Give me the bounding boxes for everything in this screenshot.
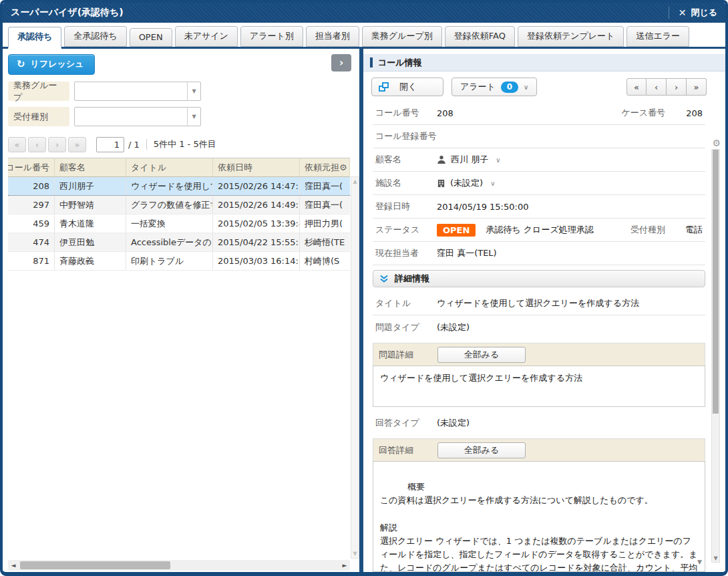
case-number-value: 208 <box>683 108 703 118</box>
table-row[interactable]: 459 青木道隆 一括変換 2015/02/05 13:39:44 押田力男( <box>8 214 350 233</box>
open-windows-icon <box>379 82 389 92</box>
vscroll-thumb[interactable] <box>713 150 719 414</box>
alert-count-badge: 0 <box>501 82 518 93</box>
customer-name-link[interactable]: 西川 朋子 ∨ <box>437 154 500 166</box>
accept-type-detail-label: 受付種別 <box>630 224 665 236</box>
scroll-left-icon[interactable]: ◄ <box>8 562 19 569</box>
tab-registration-request-template[interactable]: 登録依頼テンプレート <box>518 26 624 47</box>
answer-detail-see-all-button[interactable]: 全部みる <box>437 442 526 458</box>
business-group-dropdown-button[interactable]: ▼ <box>187 82 200 100</box>
problem-detail-see-all-button[interactable]: 全部みる <box>437 347 526 363</box>
answer-type-label: 回答タイプ <box>375 417 437 429</box>
problem-type-label: 問題タイプ <box>375 321 437 333</box>
person-icon <box>437 155 446 164</box>
prev-page-button[interactable]: ‹ <box>28 137 46 152</box>
tab-all-approval-waiting[interactable]: 全承認待ち <box>64 26 126 47</box>
alert-label: アラート <box>460 81 496 93</box>
page-total: / 1 <box>128 140 140 150</box>
detail-info-section-toggle[interactable]: 詳細情報 <box>373 270 705 287</box>
page-number-input[interactable] <box>96 137 124 152</box>
refresh-button[interactable]: ↻ リフレッシュ <box>8 54 95 75</box>
dropdown-icon: ▼ <box>192 114 196 120</box>
detail-settings-gear-icon[interactable]: ⚙ <box>712 138 721 148</box>
customer-name-label: 顧客名 <box>375 154 437 166</box>
table-row[interactable]: 208 西川朋子 ウィザードを使用して選択 2015/02/26 14:47:1… <box>8 177 350 196</box>
column-header-datetime[interactable]: 依頼日時 <box>213 158 300 176</box>
scroll-right-icon[interactable]: ► <box>339 562 350 569</box>
scroll-down-icon[interactable]: ▼ <box>712 555 719 561</box>
tab-by-alert[interactable]: アラート別 <box>240 26 303 47</box>
call-table: コール番号 顧客名 タイトル 依頼日時 依頼元担 ⚙ 208 西川朋子 ウィザー… <box>8 158 359 559</box>
call-number-value: 208 <box>437 108 453 118</box>
problem-detail-header: 問題詳細 全部みる <box>373 343 705 366</box>
next-record-button[interactable]: › <box>667 78 687 96</box>
table-row[interactable]: 297 中野智靖 グラフの数値を修正する 2015/02/26 14:49:14… <box>8 196 350 214</box>
record-count-summary: 5件中 1 - 5件目 <box>154 138 216 150</box>
scroll-down-icon[interactable]: ▼ <box>353 551 357 557</box>
close-label: 閉じる <box>691 7 717 19</box>
last-record-icon: » <box>694 82 699 92</box>
next-page-button[interactable]: › <box>48 137 66 152</box>
tab-registration-request-faq[interactable]: 登録依頼FAQ <box>445 26 515 47</box>
pager-separator <box>146 139 147 150</box>
tab-by-business-group[interactable]: 業務グループ別 <box>362 26 442 47</box>
dropdown-icon: ▼ <box>192 88 196 94</box>
registration-datetime-value: 2014/05/19 15:50:00 <box>437 202 528 212</box>
first-record-button[interactable]: « <box>626 78 647 96</box>
column-header-title[interactable]: タイトル <box>126 158 213 176</box>
accept-type-select[interactable]: ▼ <box>74 107 201 126</box>
tab-unassigned[interactable]: 未アサイン <box>175 26 238 47</box>
tab-approval-waiting[interactable]: 承認待ち <box>8 27 61 49</box>
tab-send-error[interactable]: 送信エラー <box>626 26 689 47</box>
facility-name-link[interactable]: (未設定) ∨ <box>437 177 495 189</box>
problem-detail-label: 問題詳細 <box>379 349 437 361</box>
column-header-call-no[interactable]: コール番号 <box>8 158 55 176</box>
call-info-header: コール情報 <box>363 54 725 71</box>
column-header-customer[interactable]: 顧客名 <box>55 158 126 176</box>
titlebar-separator <box>669 7 669 19</box>
current-assignee-label: 現在担当者 <box>375 247 437 259</box>
chevron-down-icon: ∨ <box>524 84 528 91</box>
detail-vertical-scrollbar[interactable]: ▼ <box>711 149 720 563</box>
last-record-button[interactable]: » <box>687 78 707 96</box>
column-settings-gear-icon[interactable]: ⚙ <box>339 162 347 172</box>
next-page-icon: › <box>55 140 59 150</box>
answer-type-value: (未設定) <box>437 417 470 429</box>
table-row[interactable]: 871 斉藤政義 印刷トラブル 2015/03/03 16:14:52 村崎博(… <box>8 252 350 271</box>
business-group-filter-row: 業務グループ ▼ <box>8 82 359 101</box>
collapse-panel-button[interactable]: › <box>331 54 351 71</box>
record-navigation: « ‹ › » <box>626 78 707 96</box>
business-group-select[interactable]: ▼ <box>74 82 201 101</box>
collapse-icon: › <box>339 57 343 69</box>
current-assignee-value: 窪田 真一(TEL) <box>437 247 497 259</box>
close-button[interactable]: ✕ 閉じる <box>679 7 717 19</box>
status-label: ステータス <box>375 224 437 236</box>
call-registration-number-label: コール登録番号 <box>375 130 437 142</box>
call-info-title: コール情報 <box>378 57 422 69</box>
status-text: 承認待ち クローズ処理承認 <box>486 224 593 236</box>
tab-by-assignee[interactable]: 担当者別 <box>306 26 359 47</box>
textbox-scroll-down-icon[interactable]: ▼ <box>697 558 702 567</box>
alert-dropdown-button[interactable]: アラート 0 ∨ <box>451 78 537 96</box>
call-number-row: コール番号 208 ケース番号 208 <box>373 102 705 125</box>
problem-type-value: (未設定) <box>437 321 470 333</box>
problem-type-row: 問題タイプ (未設定) <box>373 315 705 339</box>
answer-detail-text: 概要 この資料は選択クエリーを作成する方法について解説したものです。 解説 選択… <box>380 482 698 572</box>
hscroll-thumb[interactable] <box>20 561 170 569</box>
status-open-badge: OPEN <box>437 224 476 237</box>
answer-type-row: 回答タイプ (未設定) <box>373 411 705 434</box>
accept-type-dropdown-button[interactable]: ▼ <box>187 108 200 126</box>
answer-detail-header: 回答詳細 全部みる <box>373 438 705 461</box>
table-vertical-scrollbar[interactable]: ▲ ▼ <box>351 176 359 559</box>
open-button[interactable]: 開く <box>371 78 443 96</box>
table-horizontal-scrollbar[interactable]: ◄ ► <box>8 560 350 571</box>
prev-record-button[interactable]: ‹ <box>647 78 667 96</box>
table-row[interactable]: 474 伊豆田勉 Accessibleデータのエクス 2015/04/22 15… <box>8 233 350 252</box>
last-page-button[interactable]: » <box>68 137 86 152</box>
tab-open[interactable]: OPEN <box>130 28 172 47</box>
column-header-requester[interactable]: 依頼元担 ⚙ <box>300 158 350 176</box>
first-page-button[interactable]: « <box>8 137 26 152</box>
scroll-up-icon[interactable]: ▲ <box>353 178 357 184</box>
list-pagination: « ‹ › » / 1 5件中 1 - 5件目 <box>8 136 359 152</box>
facility-name-row: 施設名 (未設定) ∨ <box>373 172 705 195</box>
